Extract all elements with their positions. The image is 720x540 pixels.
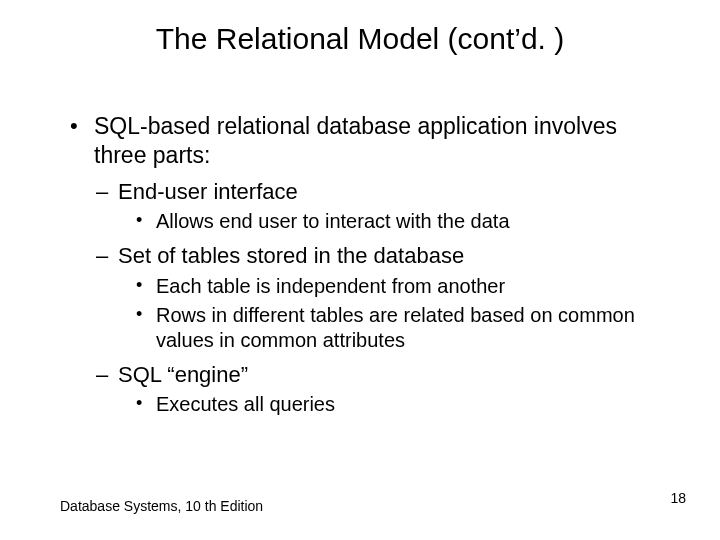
bullet-level1: SQL-based relational database applicatio…: [64, 112, 664, 170]
slide-title: The Relational Model (cont’d. ): [0, 22, 720, 56]
bullet-level3: Each table is independent from another: [64, 274, 664, 299]
bullet-level2: SQL “engine”: [64, 361, 664, 389]
bullet-level2: End-user interface: [64, 178, 664, 206]
bullet-level3: Allows end user to interact with the dat…: [64, 209, 664, 234]
slide: The Relational Model (cont’d. ) SQL-base…: [0, 0, 720, 540]
slide-body: SQL-based relational database applicatio…: [64, 112, 664, 419]
bullet-level3: Executes all queries: [64, 392, 664, 417]
page-number: 18: [670, 490, 686, 506]
bullet-level3: Rows in different tables are related bas…: [64, 303, 664, 353]
footer-source: Database Systems, 10 th Edition: [60, 498, 263, 514]
bullet-level2: Set of tables stored in the database: [64, 242, 664, 270]
